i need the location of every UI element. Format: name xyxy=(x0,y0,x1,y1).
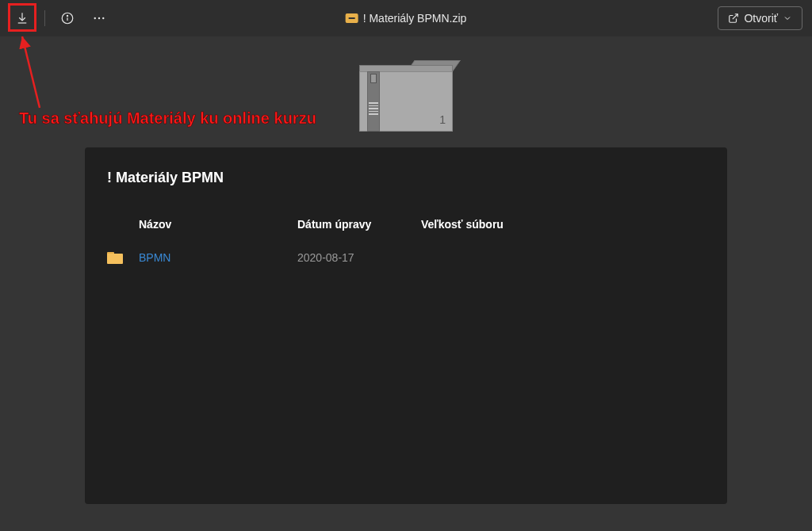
svg-point-2 xyxy=(67,15,67,16)
svg-point-4 xyxy=(98,17,100,19)
table-header: Názov Dátum úpravy Veľkosť súboru xyxy=(107,218,705,248)
download-icon xyxy=(15,11,29,25)
toolbar-divider xyxy=(44,10,45,26)
file-title-text: ! Materiály BPMN.zip xyxy=(363,12,467,25)
download-button[interactable] xyxy=(10,6,35,31)
file-title: ! Materiály BPMN.zip xyxy=(346,12,467,25)
top-toolbar: ! Materiály BPMN.zip Otvoriť xyxy=(0,0,812,36)
svg-point-3 xyxy=(94,17,96,19)
content-wrapper: 1 ! Materiály BPMN Názov Dátum úpravy Ve… xyxy=(0,36,812,504)
toolbar-right-group: Otvoriť xyxy=(718,6,802,30)
open-button[interactable]: Otvoriť xyxy=(718,6,802,30)
folder-icon xyxy=(107,252,123,264)
row-name[interactable]: BPMN xyxy=(139,251,297,264)
toolbar-left-group xyxy=(10,6,112,31)
info-icon xyxy=(60,11,75,25)
column-date[interactable]: Dátum úpravy xyxy=(297,218,421,231)
table-row[interactable]: BPMN 2020-08-17 xyxy=(107,248,705,267)
more-button[interactable] xyxy=(86,6,112,31)
svg-point-5 xyxy=(102,17,104,19)
more-horizontal-icon xyxy=(92,11,106,25)
info-button[interactable] xyxy=(55,6,80,31)
row-date: 2020-08-17 xyxy=(297,251,421,264)
zip-file-icon xyxy=(346,13,358,23)
archive-item-count: 1 xyxy=(439,113,446,126)
preview-panel: ! Materiály BPMN Názov Dátum úpravy Veľk… xyxy=(85,147,727,504)
chevron-down-icon xyxy=(783,13,792,23)
file-table: Názov Dátum úpravy Veľkosť súboru BPMN 2… xyxy=(107,218,705,267)
archive-thumbnail: 1 xyxy=(359,60,453,133)
column-size[interactable]: Veľkosť súboru xyxy=(421,218,540,231)
panel-title: ! Materiály BPMN xyxy=(107,170,705,186)
column-name[interactable]: Názov xyxy=(139,218,297,231)
open-button-label: Otvoriť xyxy=(744,12,778,25)
external-link-icon xyxy=(728,13,739,24)
